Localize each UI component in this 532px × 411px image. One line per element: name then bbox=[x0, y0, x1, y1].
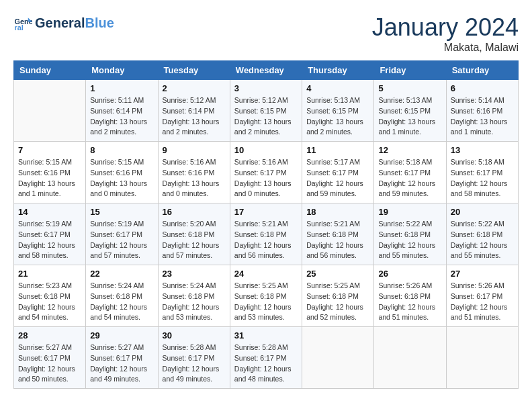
weekday-header-cell: Monday bbox=[86, 61, 158, 80]
calendar-cell: 19Sunrise: 5:22 AMSunset: 6:18 PMDayligh… bbox=[374, 203, 446, 265]
day-number: 10 bbox=[234, 145, 298, 155]
calendar-body: 1Sunrise: 5:11 AMSunset: 6:14 PMDaylight… bbox=[14, 80, 519, 389]
day-number: 14 bbox=[18, 207, 81, 217]
calendar-cell: 15Sunrise: 5:19 AMSunset: 6:17 PMDayligh… bbox=[86, 203, 158, 265]
day-number: 30 bbox=[163, 330, 226, 340]
day-number: 25 bbox=[306, 269, 369, 279]
logo: Gene ral GeneralBlue bbox=[13, 13, 114, 32]
day-number: 19 bbox=[378, 207, 441, 217]
calendar-cell: 24Sunrise: 5:25 AMSunset: 6:18 PMDayligh… bbox=[230, 265, 302, 327]
day-info: Sunrise: 5:24 AMSunset: 6:18 PMDaylight:… bbox=[163, 281, 226, 323]
day-number: 8 bbox=[90, 145, 153, 155]
calendar-cell: 31Sunrise: 5:28 AMSunset: 6:17 PMDayligh… bbox=[230, 327, 302, 389]
day-info: Sunrise: 5:28 AMSunset: 6:17 PMDaylight:… bbox=[163, 342, 226, 385]
day-info: Sunrise: 5:12 AMSunset: 6:15 PMDaylight:… bbox=[234, 95, 298, 138]
calendar-cell bbox=[446, 327, 518, 389]
day-info: Sunrise: 5:27 AMSunset: 6:17 PMDaylight:… bbox=[18, 342, 81, 385]
day-number: 2 bbox=[163, 83, 226, 93]
calendar-cell: 28Sunrise: 5:27 AMSunset: 6:17 PMDayligh… bbox=[14, 327, 86, 389]
day-number: 24 bbox=[234, 269, 298, 279]
day-info: Sunrise: 5:17 AMSunset: 6:17 PMDaylight:… bbox=[306, 157, 369, 199]
day-number: 18 bbox=[306, 207, 369, 217]
day-number: 23 bbox=[163, 269, 226, 279]
day-info: Sunrise: 5:13 AMSunset: 6:15 PMDaylight:… bbox=[378, 95, 441, 138]
svg-text:ral: ral bbox=[15, 24, 24, 32]
day-info: Sunrise: 5:22 AMSunset: 6:18 PMDaylight:… bbox=[451, 219, 514, 261]
calendar-table: SundayMondayTuesdayWednesdayThursdayFrid… bbox=[13, 60, 519, 389]
calendar-cell: 22Sunrise: 5:24 AMSunset: 6:18 PMDayligh… bbox=[86, 265, 158, 327]
calendar-cell: 27Sunrise: 5:26 AMSunset: 6:17 PMDayligh… bbox=[446, 265, 518, 327]
day-info: Sunrise: 5:21 AMSunset: 6:18 PMDaylight:… bbox=[234, 219, 298, 261]
day-info: Sunrise: 5:21 AMSunset: 6:18 PMDaylight:… bbox=[306, 219, 369, 261]
day-number: 22 bbox=[90, 269, 153, 279]
day-info: Sunrise: 5:11 AMSunset: 6:14 PMDaylight:… bbox=[90, 95, 153, 138]
calendar-week-row: 28Sunrise: 5:27 AMSunset: 6:17 PMDayligh… bbox=[14, 327, 519, 389]
day-number: 4 bbox=[306, 83, 369, 93]
calendar-cell: 20Sunrise: 5:22 AMSunset: 6:18 PMDayligh… bbox=[446, 203, 518, 265]
day-info: Sunrise: 5:18 AMSunset: 6:17 PMDaylight:… bbox=[378, 157, 441, 199]
day-info: Sunrise: 5:25 AMSunset: 6:18 PMDaylight:… bbox=[234, 281, 298, 323]
day-info: Sunrise: 5:19 AMSunset: 6:17 PMDaylight:… bbox=[18, 219, 81, 261]
day-info: Sunrise: 5:24 AMSunset: 6:18 PMDaylight:… bbox=[90, 281, 153, 323]
day-info: Sunrise: 5:20 AMSunset: 6:18 PMDaylight:… bbox=[163, 219, 226, 261]
day-info: Sunrise: 5:28 AMSunset: 6:17 PMDaylight:… bbox=[234, 342, 298, 385]
day-number: 17 bbox=[234, 207, 298, 217]
day-number: 27 bbox=[451, 269, 514, 279]
day-number: 16 bbox=[163, 207, 226, 217]
weekday-header-cell: Tuesday bbox=[158, 61, 230, 80]
calendar-cell: 21Sunrise: 5:23 AMSunset: 6:18 PMDayligh… bbox=[14, 265, 86, 327]
weekday-header-cell: Sunday bbox=[14, 61, 86, 80]
calendar-cell: 11Sunrise: 5:17 AMSunset: 6:17 PMDayligh… bbox=[302, 142, 374, 203]
weekday-header-cell: Saturday bbox=[446, 61, 518, 80]
day-info: Sunrise: 5:22 AMSunset: 6:18 PMDaylight:… bbox=[378, 219, 441, 261]
day-number: 1 bbox=[90, 83, 153, 93]
calendar-cell: 3Sunrise: 5:12 AMSunset: 6:15 PMDaylight… bbox=[230, 80, 302, 142]
day-info: Sunrise: 5:23 AMSunset: 6:18 PMDaylight:… bbox=[18, 281, 81, 323]
day-info: Sunrise: 5:13 AMSunset: 6:15 PMDaylight:… bbox=[306, 95, 369, 138]
weekday-header-cell: Thursday bbox=[302, 61, 374, 80]
day-number: 13 bbox=[451, 145, 514, 155]
day-info: Sunrise: 5:26 AMSunset: 6:18 PMDaylight:… bbox=[378, 281, 441, 323]
day-number: 21 bbox=[18, 269, 81, 279]
day-info: Sunrise: 5:16 AMSunset: 6:17 PMDaylight:… bbox=[234, 157, 298, 199]
calendar-week-row: 14Sunrise: 5:19 AMSunset: 6:17 PMDayligh… bbox=[14, 203, 519, 265]
calendar-cell: 26Sunrise: 5:26 AMSunset: 6:18 PMDayligh… bbox=[374, 265, 446, 327]
calendar-cell: 23Sunrise: 5:24 AMSunset: 6:18 PMDayligh… bbox=[158, 265, 230, 327]
calendar-cell: 10Sunrise: 5:16 AMSunset: 6:17 PMDayligh… bbox=[230, 142, 302, 203]
calendar-cell: 17Sunrise: 5:21 AMSunset: 6:18 PMDayligh… bbox=[230, 203, 302, 265]
day-info: Sunrise: 5:25 AMSunset: 6:18 PMDaylight:… bbox=[306, 281, 369, 323]
calendar-cell: 4Sunrise: 5:13 AMSunset: 6:15 PMDaylight… bbox=[302, 80, 374, 142]
month-title: January 2024 bbox=[372, 13, 519, 42]
calendar-cell: 18Sunrise: 5:21 AMSunset: 6:18 PMDayligh… bbox=[302, 203, 374, 265]
calendar-cell: 30Sunrise: 5:28 AMSunset: 6:17 PMDayligh… bbox=[158, 327, 230, 389]
calendar-cell: 16Sunrise: 5:20 AMSunset: 6:18 PMDayligh… bbox=[158, 203, 230, 265]
day-number: 11 bbox=[306, 145, 369, 155]
logo-text: GeneralBlue bbox=[35, 15, 114, 30]
weekday-header-cell: Friday bbox=[374, 61, 446, 80]
calendar-week-row: 7Sunrise: 5:15 AMSunset: 6:16 PMDaylight… bbox=[14, 142, 519, 203]
day-info: Sunrise: 5:27 AMSunset: 6:17 PMDaylight:… bbox=[90, 342, 153, 385]
day-number: 20 bbox=[451, 207, 514, 217]
day-number: 15 bbox=[90, 207, 153, 217]
day-number: 29 bbox=[90, 330, 153, 340]
calendar-cell: 9Sunrise: 5:16 AMSunset: 6:16 PMDaylight… bbox=[158, 142, 230, 203]
day-number: 3 bbox=[234, 83, 298, 93]
location: Makata, Malawi bbox=[372, 42, 519, 54]
calendar-cell bbox=[14, 80, 86, 142]
day-info: Sunrise: 5:16 AMSunset: 6:16 PMDaylight:… bbox=[163, 157, 226, 199]
calendar-cell: 29Sunrise: 5:27 AMSunset: 6:17 PMDayligh… bbox=[86, 327, 158, 389]
day-number: 6 bbox=[451, 83, 514, 93]
calendar-cell: 12Sunrise: 5:18 AMSunset: 6:17 PMDayligh… bbox=[374, 142, 446, 203]
calendar-cell: 8Sunrise: 5:15 AMSunset: 6:16 PMDaylight… bbox=[86, 142, 158, 203]
calendar-cell: 25Sunrise: 5:25 AMSunset: 6:18 PMDayligh… bbox=[302, 265, 374, 327]
calendar-week-row: 1Sunrise: 5:11 AMSunset: 6:14 PMDaylight… bbox=[14, 80, 519, 142]
calendar-cell: 7Sunrise: 5:15 AMSunset: 6:16 PMDaylight… bbox=[14, 142, 86, 203]
day-info: Sunrise: 5:19 AMSunset: 6:17 PMDaylight:… bbox=[90, 219, 153, 261]
weekday-header-row: SundayMondayTuesdayWednesdayThursdayFrid… bbox=[14, 61, 519, 80]
day-number: 5 bbox=[378, 83, 441, 93]
day-info: Sunrise: 5:18 AMSunset: 6:17 PMDaylight:… bbox=[451, 157, 514, 199]
calendar-cell bbox=[374, 327, 446, 389]
day-info: Sunrise: 5:12 AMSunset: 6:14 PMDaylight:… bbox=[163, 95, 226, 138]
logo-icon: Gene ral bbox=[13, 13, 32, 32]
calendar-cell: 13Sunrise: 5:18 AMSunset: 6:17 PMDayligh… bbox=[446, 142, 518, 203]
